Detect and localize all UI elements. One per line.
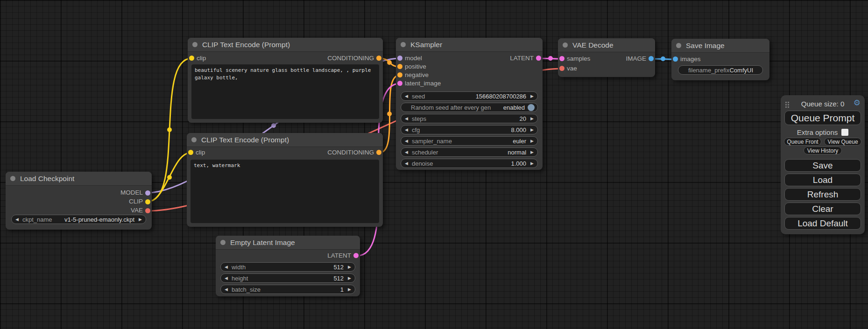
widget-label: ckpt_name: [22, 216, 52, 223]
node-clip-text-encode-positive[interactable]: CLIP Text Encode (Prompt) clip CONDITION…: [188, 38, 383, 123]
link-midpoint-dot[interactable]: [271, 123, 276, 128]
width-stepper[interactable]: ◀ width 512 ▶: [220, 262, 355, 272]
negative-input-socket[interactable]: [397, 72, 402, 77]
steps-stepper[interactable]: ◀ steps 20 ▶: [401, 114, 538, 123]
node-title-bar: CLIP Text Encode (Prompt): [187, 133, 383, 147]
stepper-left-icon[interactable]: ◀: [405, 139, 408, 143]
widget-label: batch_size: [232, 286, 261, 293]
output-label-clip: CLIP: [129, 198, 143, 205]
widget-value: 512: [333, 264, 344, 271]
vae-input-socket[interactable]: [559, 66, 565, 71]
stepper-right-icon[interactable]: ▶: [348, 265, 351, 269]
output-label-model: MODEL: [120, 189, 143, 196]
node-clip-text-encode-negative[interactable]: CLIP Text Encode (Prompt) clip CONDITION…: [187, 133, 383, 227]
load-default-button[interactable]: Load Default: [784, 217, 861, 230]
stepper-right-icon[interactable]: ▶: [348, 287, 351, 292]
collapse-dot-icon[interactable]: [676, 43, 681, 48]
node-canvas[interactable]: { "colors": { "model": "#b39ddb", "clip"…: [0, 0, 868, 329]
scheduler-stepper[interactable]: ◀ scheduler normal ▶: [401, 147, 538, 157]
stepper-right-icon[interactable]: ▶: [139, 217, 142, 222]
collapse-dot-icon[interactable]: [191, 137, 197, 142]
stepper-left-icon[interactable]: ◀: [405, 161, 408, 166]
image-output-socket[interactable]: [649, 56, 654, 61]
stepper-right-icon[interactable]: ▶: [530, 128, 534, 132]
stepper-left-icon[interactable]: ◀: [225, 276, 228, 280]
stepper-left-icon[interactable]: ◀: [405, 128, 408, 132]
output-label-latent: LATENT: [327, 252, 351, 259]
save-button[interactable]: Save: [784, 159, 861, 172]
stepper-right-icon[interactable]: ▶: [530, 161, 534, 166]
collapse-dot-icon[interactable]: [192, 42, 198, 47]
stepper-left-icon[interactable]: ◀: [225, 287, 228, 292]
clip-input-socket[interactable]: [188, 150, 193, 155]
stepper-left-icon[interactable]: ◀: [15, 217, 19, 222]
stepper-left-icon[interactable]: ◀: [405, 150, 408, 154]
link-midpoint-dot[interactable]: [387, 112, 392, 116]
stepper-right-icon[interactable]: ▶: [530, 139, 534, 143]
collapse-dot-icon[interactable]: [220, 240, 226, 245]
load-button[interactable]: Load: [784, 174, 861, 186]
toggle-dot-icon[interactable]: [528, 104, 535, 111]
node-vae-decode[interactable]: VAE Decode samples vae IMAGE: [558, 38, 655, 77]
widget-label: filename_prefix: [688, 67, 729, 74]
stepper-right-icon[interactable]: ▶: [530, 117, 534, 121]
widget-value: 20: [520, 115, 526, 122]
positive-input-socket[interactable]: [397, 64, 402, 69]
stepper-left-icon[interactable]: ◀: [225, 265, 228, 269]
queue-front-button[interactable]: Queue Front: [784, 138, 821, 146]
batch-size-stepper[interactable]: ◀ batch_size 1 ▶: [220, 285, 355, 294]
latent-output-socket[interactable]: [353, 253, 359, 258]
seed-stepper[interactable]: ◀ seed 156680208700286 ▶: [401, 91, 538, 101]
denoise-stepper[interactable]: ◀ denoise 1.000 ▶: [401, 159, 538, 168]
collapse-dot-icon[interactable]: [10, 176, 15, 181]
stepper-left-icon[interactable]: ◀: [405, 117, 408, 121]
node-title-bar: Empty Latent Image: [216, 236, 360, 250]
negative-prompt-textarea[interactable]: text, watermark: [191, 160, 379, 223]
conditioning-output-socket[interactable]: [376, 150, 381, 155]
images-input-socket[interactable]: [673, 56, 678, 62]
model-output-socket[interactable]: [145, 190, 150, 196]
settings-gear-icon[interactable]: ⚙: [854, 99, 861, 107]
samples-input-socket[interactable]: [559, 56, 565, 61]
conditioning-output-socket[interactable]: [376, 56, 381, 61]
node-save-image[interactable]: Save Image images filename_prefix ComfyU…: [671, 39, 769, 80]
stepper-left-icon[interactable]: ◀: [405, 94, 408, 98]
ckpt-name-stepper[interactable]: ◀ ckpt_name v1-5-pruned-emaonly.ckpt ▶: [11, 215, 146, 224]
model-input-socket[interactable]: [397, 56, 402, 61]
input-label-samples: samples: [567, 55, 590, 63]
link-midpoint-dot[interactable]: [167, 127, 172, 132]
link-midpoint-dot[interactable]: [167, 175, 172, 180]
clip-output-socket[interactable]: [145, 199, 150, 204]
sampler-name-stepper[interactable]: ◀ sampler_name euler ▶: [401, 136, 538, 146]
link-midpoint-dot[interactable]: [387, 60, 392, 65]
latent-output-socket[interactable]: [536, 56, 541, 61]
view-history-button[interactable]: View History: [804, 147, 842, 154]
stepper-right-icon[interactable]: ▶: [348, 276, 351, 280]
clear-button[interactable]: Clear: [784, 203, 861, 215]
stepper-right-icon[interactable]: ▶: [530, 94, 534, 98]
widget-label: cfg: [412, 126, 420, 133]
collapse-dot-icon[interactable]: [563, 42, 568, 48]
widget-label: scheduler: [412, 149, 438, 156]
vae-output-socket[interactable]: [145, 208, 150, 213]
view-queue-button[interactable]: View Queue: [824, 138, 861, 146]
link-midpoint-dot[interactable]: [548, 56, 553, 61]
link-midpoint-dot[interactable]: [661, 56, 665, 61]
widget-value: enabled: [503, 104, 525, 111]
clip-input-socket[interactable]: [189, 56, 194, 61]
node-empty-latent-image[interactable]: Empty Latent Image LATENT ◀ width 512 ▶ …: [216, 236, 360, 296]
refresh-button[interactable]: Refresh: [784, 188, 861, 201]
height-stepper[interactable]: ◀ height 512 ▶: [220, 273, 355, 283]
positive-prompt-textarea[interactable]: beautiful scenery nature glass bottle la…: [191, 64, 379, 119]
cfg-stepper[interactable]: ◀ cfg 8.000 ▶: [401, 125, 538, 134]
random-seed-toggle[interactable]: Random seed after every gen enabled: [401, 103, 538, 112]
node-load-checkpoint[interactable]: Load Checkpoint MODEL CLIP VAE ◀ ckpt_na…: [6, 172, 152, 230]
node-ksampler[interactable]: KSampler model positive negative latent_…: [396, 38, 543, 170]
filename-prefix-field[interactable]: filename_prefix ComfyUI: [678, 65, 763, 75]
node-title: Load Checkpoint: [20, 175, 74, 183]
queue-prompt-button[interactable]: Queue Prompt: [784, 111, 861, 125]
stepper-right-icon[interactable]: ▶: [530, 150, 534, 154]
latent-image-input-socket[interactable]: [397, 81, 402, 86]
extra-options-checkbox[interactable]: [841, 129, 848, 136]
collapse-dot-icon[interactable]: [401, 42, 406, 47]
